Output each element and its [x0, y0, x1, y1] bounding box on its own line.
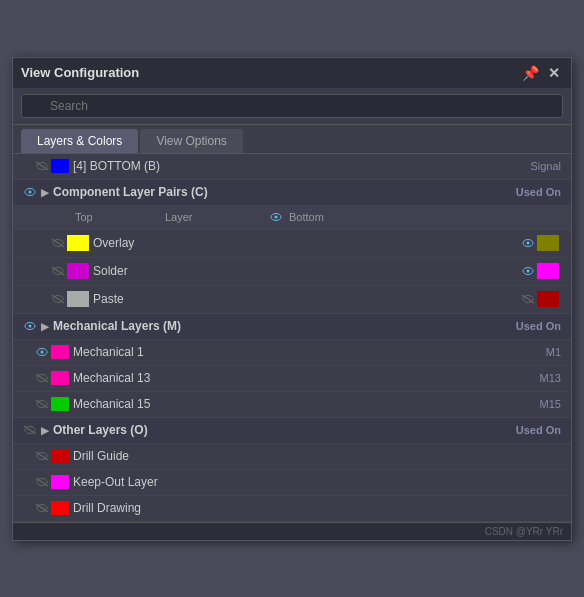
section-header-comp-pairs: ▶ Component Layer Pairs (C) Used On	[13, 180, 571, 206]
visibility-toggle-comp-pairs[interactable]	[21, 183, 39, 201]
svg-point-5	[275, 216, 278, 219]
title-bar-controls: 📌 ✕	[521, 64, 563, 82]
layer-name-mech15: Mechanical 15	[73, 397, 540, 411]
layer-type-bottom-b: Signal	[530, 160, 561, 172]
svg-line-10	[52, 267, 64, 275]
footer-bar: CSDN @YRr YRr	[13, 522, 571, 540]
svg-point-3	[29, 191, 32, 194]
visibility-toggle-mech[interactable]	[21, 317, 39, 335]
visibility-toggle-mech15[interactable]	[33, 395, 51, 413]
visibility-toggle-overlay-top[interactable]	[49, 234, 67, 252]
swatch-paste-bot	[537, 291, 559, 307]
section-name-other: Other Layers (O)	[53, 423, 516, 437]
layer-row-drill-draw: Drill Drawing	[13, 496, 571, 522]
svg-line-14	[52, 295, 64, 303]
layer-row-mech1: Mechanical 1 M1	[13, 340, 571, 366]
layer-row-overlay: Overlay	[13, 230, 571, 258]
section-name-mech: Mechanical Layers (M)	[53, 319, 516, 333]
visibility-toggle-paste-top[interactable]	[49, 290, 67, 308]
visibility-toggle-mech1[interactable]	[33, 343, 51, 361]
svg-line-0	[36, 162, 48, 170]
section-type-comp-pairs: Used On	[516, 186, 561, 198]
layer-name-drill-guide: Drill Guide	[73, 449, 567, 463]
layer-type-mech15: M15	[540, 398, 561, 410]
footer-credit: CSDN @YRr YRr	[485, 526, 563, 537]
layer-type-mech13: M13	[540, 372, 561, 384]
swatch-overlay-bot	[537, 235, 559, 251]
swatch-solder-bot	[537, 263, 559, 279]
svg-line-28	[36, 452, 48, 460]
swatch-drill-draw	[51, 501, 69, 515]
svg-line-6	[52, 239, 64, 247]
svg-line-30	[36, 478, 48, 486]
section-type-mech: Used On	[516, 320, 561, 332]
visibility-toggle-solder-bot[interactable]	[519, 262, 537, 280]
layer-name-keepout: Keep-Out Layer	[73, 475, 567, 489]
visibility-toggle-drill-guide[interactable]	[33, 447, 51, 465]
swatch-mech15	[51, 397, 69, 411]
visibility-toggle-drill-draw[interactable]	[33, 499, 51, 517]
tab-view-options[interactable]: View Options	[140, 129, 242, 153]
expand-arrow-comp-pairs[interactable]: ▶	[39, 186, 51, 198]
swatch-keepout	[51, 475, 69, 489]
visibility-toggle-bottom-b[interactable]	[33, 157, 51, 175]
expand-arrow-other[interactable]: ▶	[39, 424, 51, 436]
tab-layers-colors[interactable]: Layers & Colors	[21, 129, 138, 153]
comp-col-headers: Top Layer Bottom	[13, 206, 571, 230]
layers-list: [4] BOTTOM (B) Signal ▶ Component Layer …	[13, 154, 571, 522]
swatch-drill-guide	[51, 449, 69, 463]
col-bottom: Bottom	[289, 211, 324, 223]
layer-row-paste: Paste	[13, 286, 571, 314]
visibility-toggle-overlay-bot[interactable]	[519, 234, 537, 252]
search-input[interactable]	[21, 94, 563, 118]
expand-arrow-mech[interactable]: ▶	[39, 320, 51, 332]
visibility-toggle-mech13[interactable]	[33, 369, 51, 387]
layer-name-bottom-b: [4] BOTTOM (B)	[73, 159, 530, 173]
svg-line-24	[36, 400, 48, 408]
layer-row-mech15: Mechanical 15 M15	[13, 392, 571, 418]
section-type-other: Used On	[516, 424, 561, 436]
title-bar: View Configuration 📌 ✕	[13, 58, 571, 88]
swatch-paste-top	[67, 291, 89, 307]
visibility-toggle-solder-top[interactable]	[49, 262, 67, 280]
layer-row-keepout: Keep-Out Layer	[13, 470, 571, 496]
layer-name-solder: Solder	[93, 264, 173, 278]
section-header-mech: ▶ Mechanical Layers (M) Used On	[13, 314, 571, 340]
layer-name-paste: Paste	[93, 292, 173, 306]
section-name-comp-pairs: Component Layer Pairs (C)	[53, 185, 516, 199]
svg-point-9	[527, 242, 530, 245]
swatch-mech1	[51, 345, 69, 359]
layer-name-drill-draw: Drill Drawing	[73, 501, 567, 515]
svg-point-13	[527, 270, 530, 273]
visibility-toggle-paste-bot[interactable]	[519, 290, 537, 308]
swatch-solder-top	[67, 263, 89, 279]
swatch-bottom-b	[51, 159, 69, 173]
svg-line-22	[36, 374, 48, 382]
col-top: Top	[75, 211, 165, 223]
close-button[interactable]: ✕	[545, 64, 563, 82]
layer-row-bottom-b: [4] BOTTOM (B) Signal	[13, 154, 571, 180]
search-bar: 🔍	[13, 88, 571, 125]
layer-row-mech13: Mechanical 13 M13	[13, 366, 571, 392]
col-layer: Layer	[165, 211, 255, 223]
main-window: View Configuration 📌 ✕ 🔍 Layers & Colors…	[12, 57, 572, 541]
swatch-mech13	[51, 371, 69, 385]
layer-name-mech13: Mechanical 13	[73, 371, 540, 385]
col-bottom-eye[interactable]	[267, 208, 285, 226]
svg-line-32	[36, 504, 48, 512]
svg-point-19	[29, 325, 32, 328]
visibility-toggle-other[interactable]	[21, 421, 39, 439]
pin-button[interactable]: 📌	[521, 64, 539, 82]
layer-type-mech1: M1	[546, 346, 561, 358]
search-wrapper: 🔍	[21, 94, 563, 118]
visibility-toggle-keepout[interactable]	[33, 473, 51, 491]
svg-point-21	[41, 351, 44, 354]
section-header-other: ▶ Other Layers (O) Used On	[13, 418, 571, 444]
layer-name-mech1: Mechanical 1	[73, 345, 546, 359]
svg-line-16	[522, 295, 534, 303]
svg-line-26	[24, 426, 36, 434]
layer-row-solder: Solder	[13, 258, 571, 286]
window-title: View Configuration	[21, 65, 139, 80]
layer-name-overlay: Overlay	[93, 236, 173, 250]
layer-row-drill-guide: Drill Guide	[13, 444, 571, 470]
